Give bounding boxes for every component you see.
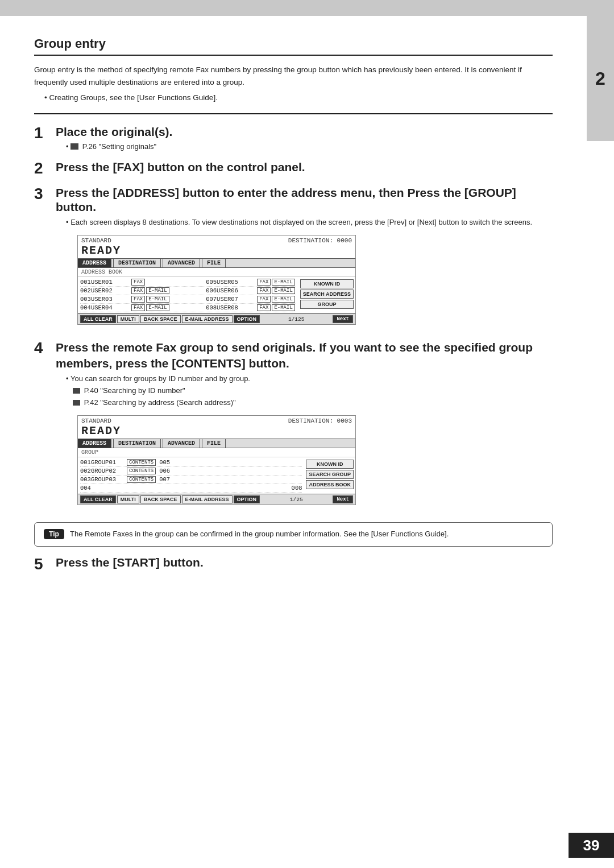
user-name-1: 001USER01 (80, 279, 131, 286)
multi-btn-1[interactable]: MULTI (117, 315, 139, 323)
fax-tag-1: FAX (131, 279, 145, 286)
step-4: 4 Press the remote Fax group to send ori… (34, 340, 553, 512)
page-number-label: 39 (583, 837, 600, 854)
email-tag-6: E-MAIL (272, 287, 294, 294)
screen2-tab-file[interactable]: FILE (202, 439, 226, 448)
table-row[interactable]: 004USER04 FAX E-MAIL 008USER08 FAX E-MAI… (80, 304, 296, 312)
option-btn-1[interactable]: OPTION (234, 315, 260, 323)
table-row[interactable]: 002GROUP02 CONTENTS 006 (80, 467, 302, 476)
step-5-content: Press the [START] button. (56, 556, 553, 569)
step-4-ref2: P.42 "Searching by address (Search addre… (73, 397, 553, 409)
email-tag-3: E-MAIL (146, 296, 169, 303)
multi-btn-2[interactable]: MULTI (117, 495, 139, 503)
side-tab-number: 2 (595, 68, 605, 89)
search-address-button[interactable]: SEARCH ADDRESS (300, 290, 354, 299)
screen-tab-address[interactable]: ADDRESS (78, 259, 111, 267)
tip-text: The Remote Faxes in the group can be con… (70, 528, 449, 540)
group-num-1: 005 (159, 459, 170, 466)
user-name-2: 002USER02 (80, 287, 131, 294)
step-1-sub: • P.26 "Setting originals" (66, 141, 553, 152)
fax-tag-8: FAX (257, 304, 271, 311)
step-5-title: Press the [START] button. (56, 556, 553, 569)
user-name-3: 003USER03 (80, 296, 131, 303)
step-2-title: Press the [FAX] button on the control pa… (56, 160, 553, 174)
search-group-button[interactable]: SEARCH GROUP (306, 470, 354, 479)
screen2-tab-advanced[interactable]: ADVANCED (163, 439, 200, 448)
back-space-btn-2[interactable]: BACK SPACE (140, 495, 181, 503)
screen-1-body: 001USER01 FAX 005USER05 FAX E-MAIL 002US… (78, 277, 355, 313)
screen-1-ready: READY (78, 244, 355, 258)
step-3-number: 3 (34, 185, 56, 203)
user-name-8: 008USER08 (206, 304, 257, 311)
screen-2-header: STANDARD DESTINATION: 0003 (78, 416, 355, 424)
screen-2-page: 1/25 (290, 497, 303, 503)
screen2-tab-address[interactable]: ADDRESS (78, 439, 111, 448)
option-btn-2[interactable]: OPTION (234, 495, 260, 503)
screen-tab-file[interactable]: FILE (202, 259, 226, 267)
email-address-btn-2[interactable]: E-MAIL ADDRESS (182, 495, 233, 503)
table-row[interactable]: 004 008 (80, 484, 302, 493)
known-id-button[interactable]: KNOWN ID (300, 279, 354, 288)
email-tag-5: E-MAIL (272, 279, 294, 286)
step-5-number: 5 (34, 556, 56, 573)
screen-2-destination: DESTINATION: 0003 (288, 418, 352, 424)
back-space-btn-1[interactable]: BACK SPACE (140, 315, 181, 323)
step-1-title: Place the original(s). (56, 125, 553, 139)
fax-tag-6: FAX (257, 287, 271, 294)
table-row[interactable]: 001GROUP01 CONTENTS 005 (80, 458, 302, 467)
contents-tag-3[interactable]: CONTENTS (127, 476, 156, 483)
step-4-title: Press the remote Fax group to send origi… (56, 340, 553, 371)
screen-2: STANDARD DESTINATION: 0003 READY ADDRESS… (77, 415, 356, 505)
section-title: Group entry (34, 36, 553, 56)
screen-2-body: 001GROUP01 CONTENTS 005 002GROUP02 CONTE… (78, 457, 355, 494)
group-name-4: 004 (80, 485, 127, 491)
tip-box: Tip The Remote Faxes in the group can be… (34, 522, 553, 547)
table-row[interactable]: 003GROUP03 CONTENTS 007 (80, 476, 302, 484)
screen-1-page: 1/125 (288, 316, 305, 323)
screen-2-footer-btns: ALL CLEAR MULTI BACK SPACE E-MAIL ADDRES… (80, 495, 260, 503)
table-row[interactable]: 002USER02 FAX E-MAIL 006USER06 FAX E-MAI… (80, 287, 296, 295)
step-1-content: Place the original(s). • P.26 "Setting o… (56, 125, 553, 152)
known-id-button-2[interactable]: KNOWN ID (306, 460, 354, 469)
screen-tab-destination[interactable]: DESTINATION (114, 259, 161, 267)
screen-1: STANDARD DESTINATION: 0000 READY ADDRESS… (77, 235, 356, 325)
all-clear-btn-1[interactable]: ALL CLEAR (80, 315, 116, 323)
table-row[interactable]: 001USER01 FAX 005USER05 FAX E-MAIL (80, 278, 296, 287)
contents-tag-1[interactable]: CONTENTS (127, 459, 156, 466)
address-book-button[interactable]: ADDRESS BOOK (306, 480, 354, 489)
step-4-number: 4 (34, 340, 56, 357)
email-tag-7: E-MAIL (272, 296, 294, 303)
step-5: 5 Press the [START] button. (34, 556, 553, 573)
screen-1-right-btns: KNOWN ID SEARCH ADDRESS GROUP (298, 278, 355, 312)
screen-1-footer: ALL CLEAR MULTI BACK SPACE E-MAIL ADDRES… (78, 313, 355, 324)
step-2-number: 2 (34, 160, 56, 177)
all-clear-btn-2[interactable]: ALL CLEAR (80, 495, 116, 503)
screen-tab-advanced[interactable]: ADVANCED (163, 259, 200, 267)
next-btn-2[interactable]: Next (333, 495, 353, 503)
screen-1-destination: DESTINATION: 0000 (288, 237, 352, 244)
side-tab: 2 (587, 16, 614, 141)
screen-1-addr-label: ADDRESS BOOK (78, 268, 355, 277)
screen-1-header: STANDARD DESTINATION: 0000 (78, 235, 355, 244)
group-name-2: 002GROUP02 (80, 468, 127, 474)
email-address-btn-1[interactable]: E-MAIL ADDRESS (182, 315, 233, 323)
table-row[interactable]: 003USER03 FAX E-MAIL 007USER07 FAX E-MAI… (80, 295, 296, 304)
screen-2-rows: 001GROUP01 CONTENTS 005 002GROUP02 CONTE… (78, 458, 304, 493)
fax-tag-5: FAX (257, 279, 271, 286)
user-name-7: 007USER07 (206, 296, 257, 303)
group-button[interactable]: GROUP (300, 300, 354, 309)
screen-2-right-btns: KNOWN ID SEARCH GROUP ADDRESS BOOK (304, 458, 355, 493)
contents-tag-2[interactable]: CONTENTS (127, 468, 156, 474)
divider-1 (34, 113, 553, 114)
step-1: 1 Place the original(s). • P.26 "Setting… (34, 125, 553, 152)
user-name-5: 005USER05 (206, 279, 257, 286)
step-4-bullet1: • You can search for groups by ID number… (66, 373, 553, 385)
screen2-tab-destination[interactable]: DESTINATION (114, 439, 161, 448)
user-name-4: 004USER04 (80, 304, 131, 311)
screen-2-tabs: ADDRESS DESTINATION ADVANCED FILE (78, 439, 355, 448)
step-2-content: Press the [FAX] button on the control pa… (56, 160, 553, 174)
next-btn-1[interactable]: Next (333, 315, 353, 323)
step-3-bullet: • Each screen displays 8 destinations. T… (66, 217, 553, 229)
intro-bullet: • Creating Groups, see the [User Functio… (44, 92, 553, 104)
fax-tag-7: FAX (257, 296, 271, 303)
